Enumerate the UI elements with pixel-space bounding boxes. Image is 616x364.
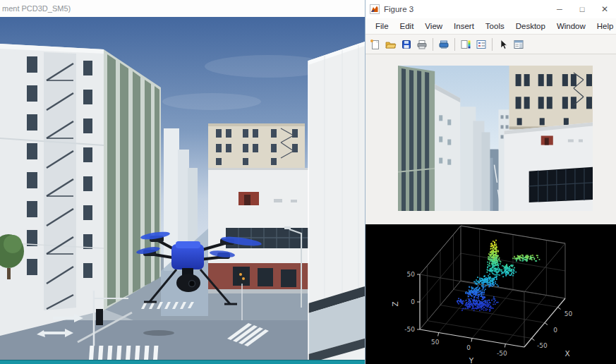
save-figure-icon [401, 39, 412, 50]
figure-canvas: 500-50500-50-50050ZYX [366, 54, 616, 364]
svg-text:0: 0 [466, 344, 471, 351]
cam-beige-building [509, 66, 593, 129]
toolbar-separator [492, 38, 493, 51]
simulation-window: ment PCD3D_SM5) [0, 0, 365, 364]
brick-storefront [208, 263, 321, 293]
fire-escape [44, 52, 76, 310]
edit-plot-button[interactable] [495, 37, 511, 52]
menu-help[interactable]: Help [591, 18, 616, 34]
beige-building [208, 123, 305, 168]
menu-insert[interactable]: Insert [448, 18, 480, 34]
maximize-button[interactable]: □ [571, 0, 593, 18]
figure-toolbar [366, 34, 616, 54]
svg-text:50: 50 [407, 271, 416, 278]
property-inspector-button[interactable] [511, 37, 526, 52]
link-plot-button[interactable] [436, 37, 452, 52]
svg-text:0: 0 [411, 298, 415, 305]
right-near-building [308, 41, 365, 364]
screenshot-root: ment PCD3D_SM5) [0, 0, 616, 364]
taskbar-edge-strip [0, 360, 368, 364]
print-figure-button[interactable] [414, 37, 430, 52]
menu-tools[interactable]: Tools [480, 18, 510, 34]
toolbar-separator [454, 38, 455, 51]
pointcloud-plot-area: 500-50500-50-50050ZYX [366, 224, 616, 364]
open-file-button[interactable] [383, 37, 399, 52]
insert-colorbar-button[interactable] [458, 37, 473, 52]
lidar-pointcloud-plot: 500-50500-50-50050ZYX [366, 224, 616, 364]
matlab-logo-icon [370, 4, 380, 14]
svg-text:Z: Z [391, 301, 399, 306]
property-inspector-icon [513, 39, 524, 50]
matlab-figure-window: Figure 3 ─ □ ✕ File Edit View Insert Too… [365, 0, 616, 364]
edit-plot-arrow-icon [497, 39, 509, 50]
white-building-mid [208, 168, 321, 293]
open-file-icon [385, 39, 397, 50]
uav-camera-image [398, 66, 593, 211]
simulation-3d-viewport[interactable] [0, 17, 365, 364]
figure-title: Figure 3 [384, 5, 548, 13]
svg-text:X: X [564, 349, 569, 358]
svg-text:-50: -50 [497, 350, 507, 357]
figure-titlebar[interactable]: Figure 3 ─ □ ✕ [366, 0, 616, 18]
insert-legend-icon [476, 39, 487, 50]
new-figure-button[interactable] [368, 37, 383, 52]
svg-text:50: 50 [431, 339, 440, 346]
cam-white-building-left [435, 84, 460, 211]
simulation-titlebar[interactable]: ment PCD3D_SM5) [0, 0, 365, 17]
insert-legend-button[interactable] [473, 37, 489, 52]
menu-desktop[interactable]: Desktop [510, 18, 551, 34]
figure-menubar: File Edit View Insert Tools Desktop Wind… [366, 18, 616, 34]
new-figure-icon [370, 39, 381, 50]
svg-text:50: 50 [564, 310, 573, 317]
save-figure-button[interactable] [399, 37, 414, 52]
menu-file[interactable]: File [370, 18, 394, 34]
insert-colorbar-icon [460, 39, 471, 50]
print-figure-icon [416, 39, 428, 50]
svg-text:0: 0 [553, 327, 557, 334]
svg-text:-50: -50 [537, 342, 548, 349]
minimize-button[interactable]: ─ [548, 0, 571, 18]
drone-shadow [143, 330, 174, 336]
menu-view[interactable]: View [419, 18, 448, 34]
cam-green-building [398, 66, 435, 211]
link-plot-icon [438, 39, 449, 50]
close-button[interactable]: ✕ [593, 0, 616, 18]
cam-white-building-right [505, 122, 593, 211]
svg-text:Y: Y [469, 356, 474, 364]
simulation-title: ment PCD3D_SM5) [2, 4, 71, 13]
toolbar-separator [433, 38, 433, 51]
menu-edit[interactable]: Edit [394, 18, 420, 34]
menu-window[interactable]: Window [551, 18, 591, 34]
svg-text:-50: -50 [404, 326, 415, 333]
